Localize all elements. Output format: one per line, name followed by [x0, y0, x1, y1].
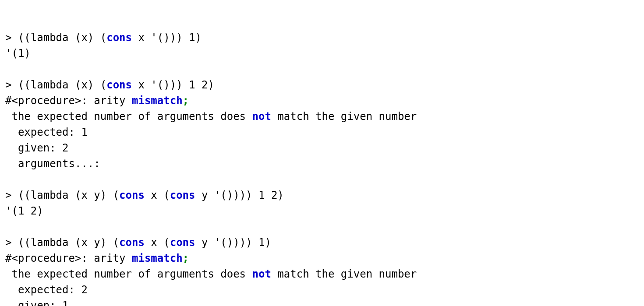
line-2: '(1) [5, 47, 31, 60]
line-16: the expected number of arguments does no… [5, 268, 417, 280]
line-8: given: 2 [5, 142, 69, 154]
line-1: > ((lambda (x) (cons x '())) 1) [5, 32, 202, 44]
line-6: the expected number of arguments does no… [5, 110, 417, 123]
code-block: > ((lambda (x) (cons x '())) 1) '(1) > (… [5, 30, 639, 306]
line-7: expected: 1 [5, 126, 88, 138]
line-14: > ((lambda (x y) (cons x (cons y '()))) … [5, 236, 271, 249]
line-15: #<procedure>: arity mismatch; [5, 252, 189, 264]
line-18: given: 1 [5, 299, 69, 306]
line-12: '(1 2) [5, 205, 43, 217]
line-5: #<procedure>: arity mismatch; [5, 95, 189, 107]
line-9: arguments...: [5, 158, 100, 170]
line-4: > ((lambda (x) (cons x '())) 1 2) [5, 79, 214, 91]
line-11: > ((lambda (x y) (cons x (cons y '()))) … [5, 189, 284, 201]
line-17: expected: 2 [5, 284, 88, 296]
